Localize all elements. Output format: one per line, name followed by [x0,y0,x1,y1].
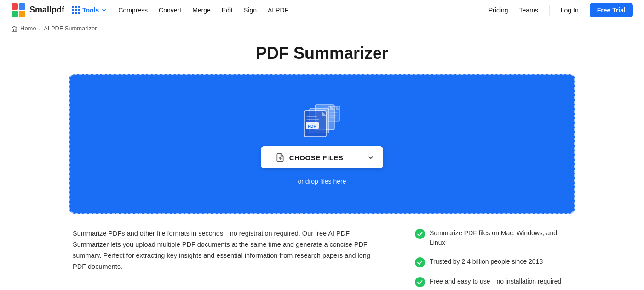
check-icon-0 [415,229,425,239]
tools-dropdown-button[interactable]: Tools [68,4,111,16]
nav-ai-pdf[interactable]: AI PDF [268,6,288,14]
choose-files-button[interactable]: CHOOSE FILES [261,146,359,168]
nav-teams[interactable]: Teams [519,6,538,14]
choose-files-label: CHOOSE FILES [289,154,344,162]
svg-rect-2 [12,11,18,17]
svg-rect-0 [12,3,18,10]
check-icon-2 [415,277,425,287]
navbar: Smallpdf Tools Compress Convert Merge Ed… [0,0,644,20]
upload-icon [276,153,285,162]
tools-label: Tools [82,6,99,14]
svg-rect-1 [19,3,25,10]
breadcrumb-separator: › [39,25,41,32]
breadcrumb: Home › AI PDF Summarizer [0,20,644,36]
nav-pricing[interactable]: Pricing [489,6,508,14]
svg-point-18 [415,277,425,287]
pdf-illustration: PDF [301,103,343,137]
feature-item-0: Summarize PDF files on Mac, Windows, and… [415,228,571,248]
nav-compress[interactable]: Compress [118,6,148,14]
nav-convert[interactable]: Convert [159,6,181,14]
logo[interactable]: Smallpdf [11,3,64,17]
feature-text-2: Free and easy to use—no installation req… [430,277,561,286]
nav-edit[interactable]: Edit [222,6,233,14]
features-list: Summarize PDF files on Mac, Windows, and… [415,228,571,287]
feature-item-1: Trusted by 2.4 billion people since 2013 [415,257,571,267]
breadcrumb-current: AI PDF Summarizer [44,25,97,32]
feature-text-0: Summarize PDF files on Mac, Windows, and… [430,228,571,248]
nav-sign[interactable]: Sign [244,6,257,14]
feature-item-2: Free and easy to use—no installation req… [415,277,571,287]
bottom-section: Summarize PDFs and other file formats in… [69,228,575,287]
breadcrumb-home[interactable]: Home [20,25,36,32]
login-link[interactable]: Log In [561,6,579,14]
nav-merge[interactable]: Merge [192,6,211,14]
nav-divider [549,5,550,16]
drop-zone[interactable]: PDF CHOOSE FILES [69,74,575,214]
nav-right: Pricing Teams Log In Free Trial [489,3,633,17]
pdf-files-icon: PDF [301,103,343,137]
free-trial-button[interactable]: Free Trial [590,3,633,17]
home-icon [11,25,17,32]
grid-icon [72,6,80,14]
choose-files-row: CHOOSE FILES [261,146,384,168]
nav-center-links: Compress Convert Merge Edit Sign AI PDF [118,6,488,14]
dropdown-chevron-icon [367,153,375,162]
logo-text: Smallpdf [29,5,64,15]
feature-text-1: Trusted by 2.4 billion people since 2013 [430,257,543,267]
chevron-down-icon [101,7,107,13]
page-title: PDF Summarizer [256,44,388,63]
svg-point-17 [415,257,425,267]
svg-rect-3 [19,11,25,17]
description-text: Summarize PDFs and other file formats in… [73,228,378,287]
svg-text:PDF: PDF [308,124,316,128]
main-content: PDF Summarizer PDF [0,36,644,290]
check-icon-1 [415,257,425,267]
smallpdf-logo-icon [11,3,26,17]
svg-point-16 [415,229,425,239]
drop-hint-text: or drop files here [298,178,346,185]
choose-files-dropdown-button[interactable] [358,146,383,168]
